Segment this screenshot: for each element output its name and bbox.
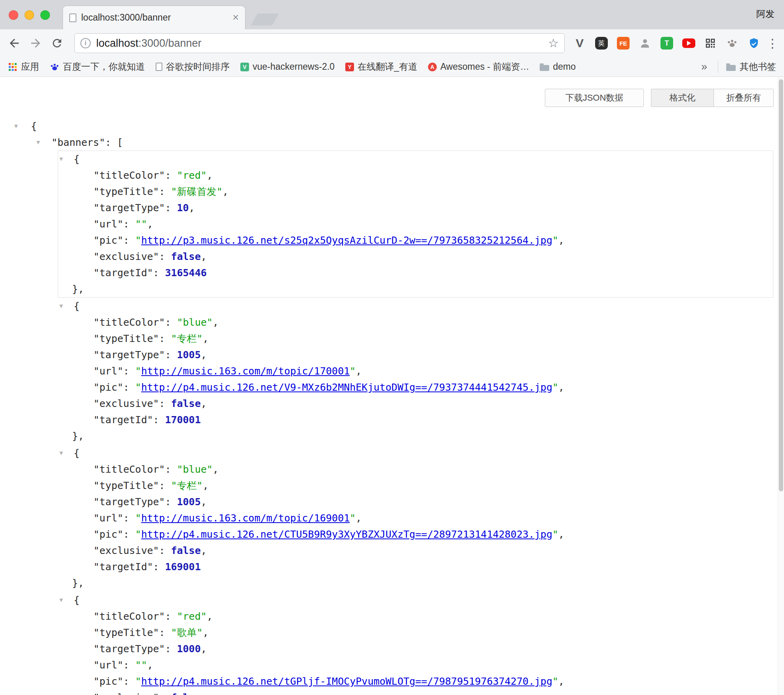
scrollbar[interactable]: [778, 77, 784, 695]
json-token: "": [135, 659, 147, 671]
json-token: :: [153, 267, 165, 279]
qrcode-icon: [704, 37, 716, 49]
download-json-button[interactable]: 下载JSON数据: [545, 89, 644, 107]
json-token: "pic": [93, 235, 123, 246]
youtube-extension-icon[interactable]: [681, 36, 696, 50]
json-url-link[interactable]: http://p3.music.126.net/s25q2x5QyqsAzilC…: [141, 235, 552, 246]
forward-arrow-icon: [29, 36, 42, 50]
json-token: ,: [203, 480, 209, 491]
people-extension-icon[interactable]: [638, 36, 652, 50]
json-token: "exclusive": [93, 692, 159, 695]
scrollbar-thumb[interactable]: [779, 79, 783, 491]
json-token: ": [552, 235, 558, 246]
json-line: "exclusive": false,: [58, 542, 773, 559]
collapse-toggle-icon[interactable]: ▼: [59, 592, 63, 608]
other-bookmarks[interactable]: 其他书签: [718, 61, 776, 73]
person-icon: [639, 37, 651, 49]
json-token: ,: [558, 529, 564, 540]
translate-extension-icon[interactable]: 英: [594, 36, 609, 50]
json-line: ▼"banners": [: [0, 134, 784, 151]
bookmark-google-sort[interactable]: 谷歌按时间排序: [156, 61, 230, 73]
page-content: 下载JSON数据 格式化 折叠所有 ▼{▼"banners": [▼{"titl…: [0, 77, 784, 695]
json-token: ": [350, 365, 356, 377]
json-token: 170001: [165, 414, 201, 426]
page-info-icon[interactable]: i: [80, 38, 91, 48]
json-token: "exclusive": [93, 398, 159, 409]
reload-button[interactable]: [48, 34, 67, 53]
json-line: "targetId": 169001: [58, 559, 773, 575]
minimize-window-button[interactable]: [25, 10, 34, 20]
bookmark-vue-hackernews[interactable]: V vue-hackernews-2.0: [240, 61, 335, 72]
vimium-extension-icon[interactable]: V: [573, 36, 587, 50]
folder-icon: [726, 65, 736, 71]
youdao-icon: Y: [345, 63, 354, 71]
bookmark-apps[interactable]: 应用: [8, 61, 39, 73]
green-shield-extension-icon[interactable]: T: [660, 36, 674, 50]
bookmark-awesomes[interactable]: A Awesomes - 前端资…: [428, 61, 529, 73]
json-line: "url": "http://music.163.com/m/topic/169…: [58, 510, 773, 526]
paw-extension-icon[interactable]: [725, 36, 739, 50]
close-window-button[interactable]: [9, 10, 18, 20]
json-token: "typeTitle": [93, 186, 159, 197]
bookmark-baidu[interactable]: 百度一下，你就知道: [50, 61, 145, 73]
json-line: ▼{: [58, 445, 773, 461]
json-token: :: [165, 643, 177, 655]
fe-extension-icon[interactable]: FE: [616, 36, 630, 50]
json-token: ,: [201, 349, 207, 361]
bookmark-demo-folder[interactable]: demo: [540, 61, 576, 72]
zoom-window-button[interactable]: [40, 10, 50, 20]
json-token: ,: [356, 512, 362, 524]
json-token: "targetId": [93, 267, 153, 279]
collapse-toggle-icon[interactable]: ▼: [59, 445, 63, 461]
json-url-link[interactable]: http://p4.music.126.net/CTU5B9R9y3XyYBZX…: [141, 529, 552, 540]
json-token: :: [153, 561, 165, 573]
json-line: "targetType": 1005,: [58, 494, 773, 510]
json-token: 169001: [165, 561, 201, 573]
shield-extension-icon[interactable]: [747, 36, 761, 50]
json-line: "pic": "http://p3.music.126.net/s25q2x5Q…: [58, 232, 773, 248]
collapse-toggle-icon[interactable]: ▼: [59, 151, 63, 167]
json-token: ,: [147, 218, 153, 230]
json-line: "titleColor": "blue",: [58, 461, 773, 477]
json-token: :: [159, 186, 171, 197]
bookmark-star-icon[interactable]: ☆: [548, 37, 559, 49]
json-line: "typeTitle": "专栏",: [58, 477, 773, 494]
qrcode-extension-icon[interactable]: [703, 36, 717, 50]
tab-close-icon[interactable]: ×: [232, 12, 239, 23]
json-tree: ▼{▼"banners": [▼{"titleColor": "red","ty…: [0, 77, 784, 695]
back-arrow-icon: [8, 36, 21, 50]
collapse-all-button[interactable]: 折叠所有: [714, 89, 774, 107]
json-token: },: [72, 430, 84, 442]
json-url-link[interactable]: http://music.163.com/m/topic/169001: [141, 512, 350, 524]
json-token: "歌单": [171, 627, 203, 638]
json-token: "targetId": [93, 414, 153, 426]
json-token: ,: [203, 627, 209, 638]
json-url-link[interactable]: http://p4.music.126.net/tGPljf-IMOCyPvum…: [141, 676, 552, 687]
forward-button[interactable]: [26, 34, 45, 53]
json-token: {: [74, 153, 80, 165]
json-url-link[interactable]: http://p4.music.126.net/V9-MXz6b2MNhEKju…: [141, 382, 552, 393]
back-button[interactable]: [5, 34, 24, 53]
json-line: "targetId": 3165446: [58, 265, 773, 281]
json-token: "pic": [93, 676, 123, 687]
new-tab-button[interactable]: [251, 13, 279, 25]
json-token: :: [159, 333, 171, 344]
address-bar[interactable]: i localhost:3000/banner ☆: [74, 33, 565, 53]
url-path: :3000/banner: [139, 37, 202, 49]
browser-menu-icon[interactable]: ⋮: [766, 36, 779, 50]
json-token: ,: [201, 545, 207, 556]
browser-tab[interactable]: localhost:3000/banner ×: [63, 6, 245, 29]
json-url-link[interactable]: http://music.163.com/m/topic/170001: [141, 365, 350, 377]
format-button[interactable]: 格式化: [651, 89, 714, 107]
json-token: :: [165, 202, 177, 214]
json-line: "url": "http://music.163.com/m/topic/170…: [58, 363, 773, 379]
bookmarks-overflow-chevron[interactable]: »: [701, 61, 707, 73]
json-token: :: [123, 512, 135, 524]
url-text[interactable]: localhost:3000/banner: [96, 37, 543, 50]
collapse-toggle-icon[interactable]: ▼: [59, 298, 63, 314]
bookmark-youdao[interactable]: Y 在线翻译_有道: [345, 61, 417, 73]
collapse-toggle-icon[interactable]: ▼: [14, 118, 18, 134]
collapse-toggle-icon[interactable]: ▼: [36, 134, 40, 151]
apps-grid-icon: [8, 62, 17, 72]
shield-check-icon: [748, 37, 760, 49]
